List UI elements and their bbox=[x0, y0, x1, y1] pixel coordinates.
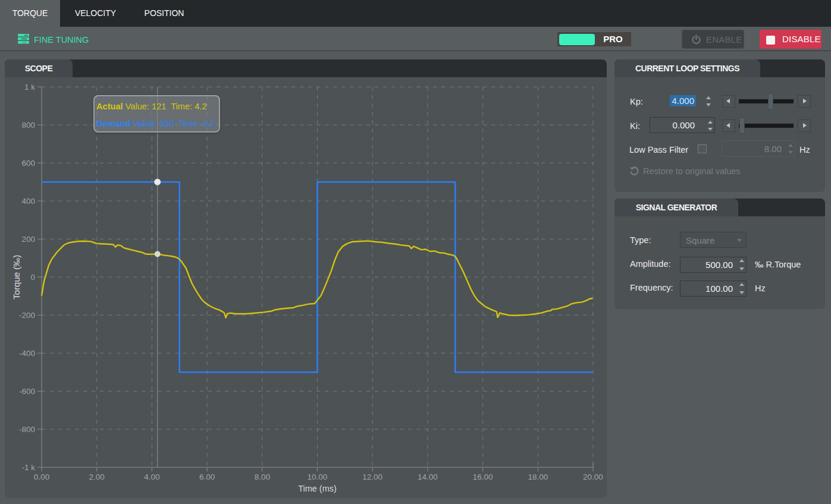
svg-text:Torque (‰): Torque (‰) bbox=[11, 255, 21, 300]
svg-text:600: 600 bbox=[21, 159, 35, 168]
svg-text:400: 400 bbox=[21, 197, 35, 206]
svg-text:12.00: 12.00 bbox=[362, 472, 382, 481]
svg-text:10.00: 10.00 bbox=[308, 472, 328, 481]
svg-text:6.00: 6.00 bbox=[199, 472, 215, 481]
svg-text:-200: -200 bbox=[19, 311, 35, 320]
svg-text:-600: -600 bbox=[19, 387, 35, 396]
svg-text:1 k: 1 k bbox=[24, 83, 35, 92]
svg-text:20.00: 20.00 bbox=[583, 472, 603, 481]
svg-text:200: 200 bbox=[21, 235, 35, 244]
svg-text:-400: -400 bbox=[19, 349, 35, 358]
svg-text:4.00: 4.00 bbox=[144, 472, 159, 481]
svg-text:14.00: 14.00 bbox=[418, 472, 438, 481]
svg-text:0.00: 0.00 bbox=[34, 472, 49, 481]
svg-text:18.00: 18.00 bbox=[528, 472, 548, 481]
svg-text:800: 800 bbox=[21, 121, 35, 130]
svg-text:16.00: 16.00 bbox=[473, 472, 493, 481]
svg-text:Time (ms): Time (ms) bbox=[298, 484, 337, 493]
svg-text:2.00: 2.00 bbox=[89, 472, 105, 481]
svg-text:8.00: 8.00 bbox=[255, 472, 270, 481]
svg-text:-1 k: -1 k bbox=[21, 463, 35, 472]
svg-text:0: 0 bbox=[30, 273, 35, 282]
svg-text:-800: -800 bbox=[19, 425, 35, 434]
